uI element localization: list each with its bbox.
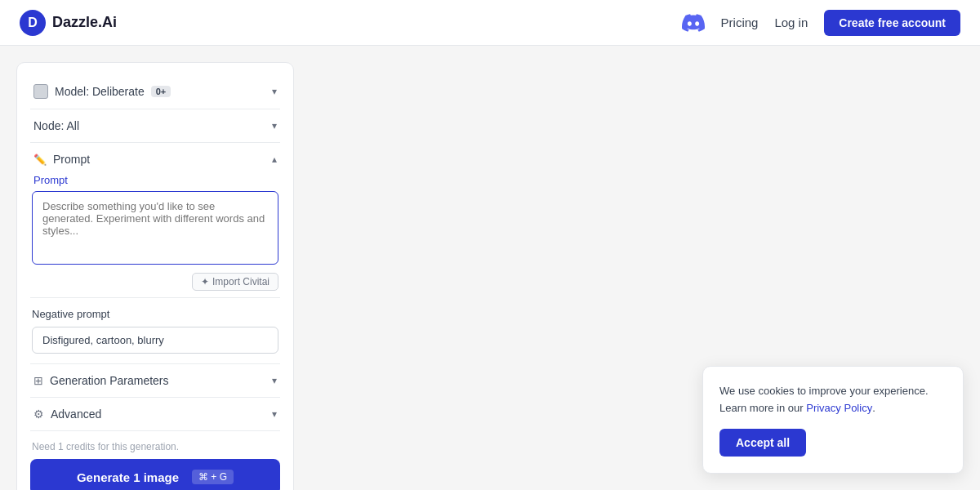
generation-params-label: Generation Parameters [50, 374, 169, 387]
negative-prompt-input[interactable] [32, 327, 278, 354]
model-swatch [33, 84, 48, 99]
shortcut-badge: ⌘ + G [192, 470, 234, 484]
chevron-down-icon: ▾ [272, 120, 277, 131]
pricing-link[interactable]: Pricing [721, 16, 759, 29]
model-selector[interactable]: Model: Deliberate 0+ ▾ [30, 76, 280, 109]
generation-params-selector[interactable]: ⊞ Generation Parameters ▾ [30, 364, 280, 398]
logo[interactable]: D Dazzle.Ai [20, 10, 117, 36]
model-badge: 0+ [151, 86, 172, 97]
import-civitai-button[interactable]: ✦ Import Civitai [192, 273, 278, 291]
advanced-selector[interactable]: ⚙ Advanced ▾ [30, 398, 280, 431]
node-label: Node: All [33, 119, 79, 132]
cookie-banner: We use cookies to improve your experienc… [702, 366, 964, 474]
cookie-text: We use cookies to improve your experienc… [719, 383, 947, 417]
left-panel: Model: Deliberate 0+ ▾ Node: All ▾ ✏️ Pr… [16, 62, 294, 490]
prompt-header[interactable]: ✏️ Prompt ▴ [30, 149, 280, 174]
negative-prompt-label: Negative prompt [32, 308, 278, 320]
prompt-section-label: Prompt [53, 153, 90, 166]
node-selector[interactable]: Node: All ▾ [30, 109, 280, 143]
negative-prompt-section: Negative prompt [30, 298, 280, 364]
advanced-label: Advanced [51, 408, 101, 421]
sliders-icon: ⊞ [33, 374, 43, 387]
header-nav: Pricing Log in Create free account [682, 10, 960, 36]
pencil-icon: ✏️ [33, 154, 47, 166]
header: D Dazzle.Ai Pricing Log in Create free a… [0, 0, 980, 46]
prompt-label: Prompt [32, 174, 278, 186]
privacy-policy-link[interactable]: Privacy Policy [806, 402, 872, 414]
gear-icon: ⚙ [33, 408, 44, 421]
prompt-section: ✏️ Prompt ▴ Prompt ✦ Import Civitai [30, 143, 280, 298]
accept-cookies-button[interactable]: Accept all [719, 429, 806, 457]
create-account-button[interactable]: Create free account [824, 10, 960, 36]
login-link[interactable]: Log in [774, 16, 808, 29]
logo-text: Dazzle.Ai [52, 14, 117, 31]
chevron-down-icon: ▾ [272, 375, 277, 386]
chevron-down-icon: ▾ [272, 408, 277, 420]
generate-button[interactable]: Generate 1 image ⌘ + G [30, 459, 280, 490]
chevron-down-icon: ▾ [272, 86, 277, 97]
credits-note: Need 1 credits for this generation. [30, 431, 280, 459]
sparkle-icon: ✦ [201, 276, 209, 287]
logo-icon: D [20, 10, 46, 36]
chevron-up-icon: ▴ [272, 154, 277, 165]
discord-icon[interactable] [682, 11, 705, 34]
generate-label: Generate 1 image [77, 470, 179, 484]
prompt-textarea[interactable] [32, 191, 278, 265]
model-name: Model: Deliberate [55, 85, 145, 98]
